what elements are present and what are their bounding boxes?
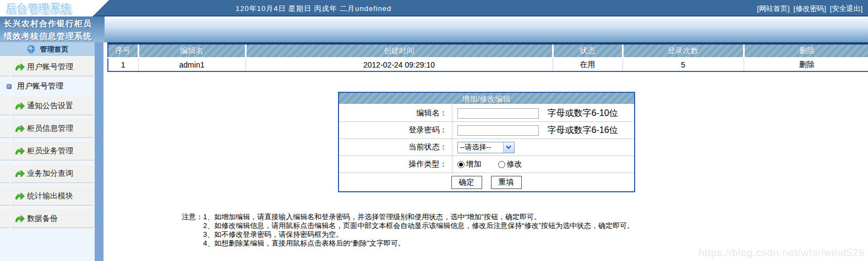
status-select-value: --请选择-- xyxy=(458,142,503,152)
sidebar-subitem-user-account-mgmt-sub[interactable]: 用户账号管理 xyxy=(0,80,95,92)
status-select[interactable]: --请选择-- xyxy=(457,142,515,153)
menu-stub xyxy=(0,209,9,228)
menu-stub xyxy=(0,97,9,115)
form-title: 增加/修改编辑 xyxy=(339,93,634,105)
sidebar-item-data-backup[interactable]: 数据备份 xyxy=(0,209,95,228)
sidebar-item-teller-business-mgmt[interactable]: 柜员业务管理 xyxy=(0,142,95,160)
note-line-4: 4、如想删除某编辑，直接用鼠标点击表格后的“删除”文字即可。 xyxy=(203,239,634,248)
topbar: 120年10月4日 星期日 丙戌年 二月undefined [网站首页][修改密… xyxy=(0,0,868,16)
password-field: 字母或数字6-16位 xyxy=(452,122,634,138)
editors-table: 序号编辑名创建时间状态登录次数删除 1admin12012-02-24 09:2… xyxy=(107,42,868,72)
home-link[interactable]: [网站首页] xyxy=(757,4,789,14)
table-col-header-2: 创建时间 xyxy=(245,43,553,58)
sidebar-item-teller-info-mgmt[interactable]: 柜员信息管理 xyxy=(0,119,95,138)
op-type-field: 增加 修改 xyxy=(452,156,634,173)
menu-stub xyxy=(0,58,9,76)
note-line-3: 3、如不修改登录密码，请保持密码框为空。 xyxy=(203,230,634,239)
submenu-label: 用户账号管理 xyxy=(17,81,63,91)
cell-status: 在用 xyxy=(553,58,623,71)
green-arrow-icon xyxy=(15,214,25,223)
delete-link[interactable]: 删除 xyxy=(744,58,868,71)
green-arrow-icon xyxy=(15,63,25,71)
editor-name-link[interactable]: admin1 xyxy=(138,58,245,71)
logout-link[interactable]: [安全退出] xyxy=(830,4,862,14)
menu-item-label: 柜员信息管理 xyxy=(27,124,73,134)
editor-name-label: 编辑名： xyxy=(339,105,452,121)
table-row: 1admin12012-02-24 09:29:10在用5删除 xyxy=(108,58,868,71)
editor-name-input[interactable] xyxy=(457,108,539,119)
editor-name-hint: 字母或数字6-10位 xyxy=(548,108,618,119)
sidebar-item-notice-settings[interactable]: 通知公告设置 xyxy=(0,97,95,115)
menu-item-box: 柜员信息管理 xyxy=(11,119,94,138)
submit-button[interactable]: 确定 xyxy=(451,176,482,189)
password-row: 登录密码： 字母或数字6-16位 xyxy=(339,122,634,139)
status-label: 当前状态： xyxy=(339,139,452,156)
password-input[interactable] xyxy=(457,125,539,136)
sidebar-item-user-account-mgmt[interactable]: 用户账号管理 xyxy=(0,58,95,76)
radio-add-label: 增加 xyxy=(466,159,482,169)
table-body: 1admin12012-02-24 09:29:10在用5删除 xyxy=(108,58,868,71)
date-text: 120年10月4日 星期日 丙戌年 二月undefined xyxy=(236,4,391,14)
main-content: 序号编辑名创建时间状态登录次数删除 1admin12012-02-24 09:2… xyxy=(105,42,868,261)
sidebar-menu: 用户账号管理用户账号管理通知公告设置柜员信息管理柜员业务管理业务加分查询统计输出… xyxy=(0,56,95,261)
menu-item-box: 数据备份 xyxy=(11,209,94,228)
status-field: --请选择-- xyxy=(452,139,634,156)
chevron-down-icon[interactable] xyxy=(503,142,514,153)
cell-created-time: 2012-02-24 09:29:10 xyxy=(245,58,553,71)
menu-item-box: 通知公告设置 xyxy=(11,97,94,115)
change-password-link[interactable]: [修改密码] xyxy=(794,4,826,14)
editor-name-field: 字母或数字6-10位 xyxy=(452,105,634,121)
table-col-header-1: 编辑名 xyxy=(138,43,245,58)
menu-item-box: 用户账号管理 xyxy=(11,58,94,76)
sidebar-item-business-bonus-query[interactable]: 业务加分查询 xyxy=(0,164,95,183)
note-line-2: 2、如修改编辑信息，请用鼠标点击编辑名，页面中部文本框会自动显示该编辑信息，修改… xyxy=(203,221,634,230)
menu-item-label: 柜员业务管理 xyxy=(27,146,73,156)
radio-add-icon[interactable] xyxy=(457,161,465,168)
globe-icon xyxy=(26,45,37,54)
table-col-header-5: 删除 xyxy=(744,43,868,58)
menu-item-label: 数据备份 xyxy=(27,214,58,224)
table-col-header-4: 登录次数 xyxy=(623,43,744,58)
sidebar-title-line1: 长兴农村合作银行柜员 xyxy=(4,17,105,30)
topbar-links: [网站首页][修改密码][安全退出] xyxy=(757,4,862,14)
green-arrow-icon xyxy=(15,124,25,133)
radio-modify-icon[interactable] xyxy=(498,161,505,168)
password-label: 登录密码： xyxy=(339,122,452,138)
form-buttons: 确定 重填 xyxy=(339,173,634,191)
green-arrow-icon xyxy=(15,102,25,110)
menu-stub xyxy=(0,142,9,160)
editor-form: 增加/修改编辑 编辑名： 字母或数字6-10位 登录密码： 字母或数字6-16位… xyxy=(338,92,635,192)
sidebar-home[interactable]: 管理首页 xyxy=(0,42,95,56)
table-header-row: 序号编辑名创建时间状态登录次数删除 xyxy=(108,43,868,58)
logo-text: 后台管理系统 xyxy=(0,0,109,15)
op-type-row: 操作类型： 增加 修改 xyxy=(339,156,634,173)
menu-stub xyxy=(0,187,9,206)
green-arrow-icon xyxy=(15,169,25,178)
menu-item-box: 业务加分查询 xyxy=(11,164,94,183)
green-arrow-icon xyxy=(15,147,25,156)
logo: 后台管理系统 xyxy=(0,0,109,16)
menu-item-label: 业务加分查询 xyxy=(27,169,73,179)
editor-name-row: 编辑名： 字母或数字6-10位 xyxy=(339,105,634,122)
header-band xyxy=(0,16,868,42)
sidebar-item-stats-output-module[interactable]: 统计输出模块 xyxy=(0,187,95,206)
notes-prefix: 注意： xyxy=(182,213,203,248)
password-hint: 字母或数字6-16位 xyxy=(548,125,618,136)
green-arrow-icon xyxy=(15,192,25,201)
reset-button[interactable]: 重填 xyxy=(491,176,522,189)
home-label: 管理首页 xyxy=(40,45,69,54)
menu-stub xyxy=(0,119,9,138)
radio-modify-label: 修改 xyxy=(507,159,522,169)
note-lines: 1、如增加编辑，请直接输入编辑名和登录密码，并选择管理级别和使用状态，选中“增加… xyxy=(203,213,634,248)
menu-stub xyxy=(0,164,9,183)
note-line-1: 1、如增加编辑，请直接输入编辑名和登录密码，并选择管理级别和使用状态，选中“增加… xyxy=(203,213,634,221)
watermark: https://blog.csdn.net/whirlwind526 xyxy=(698,247,865,259)
table-col-header-3: 状态 xyxy=(553,43,623,58)
notes: 注意： 1、如增加编辑，请直接输入编辑名和登录密码，并选择管理级别和使用状态，选… xyxy=(182,213,868,248)
radio-option-modify[interactable]: 修改 xyxy=(498,159,522,169)
cell-login-count: 5 xyxy=(623,58,744,71)
bullet-icon xyxy=(7,84,12,89)
menu-item-box: 统计输出模块 xyxy=(11,187,94,206)
sidebar-title-line2: 绩效考核信息管理系统 xyxy=(4,30,105,42)
radio-option-add[interactable]: 增加 xyxy=(457,159,482,169)
